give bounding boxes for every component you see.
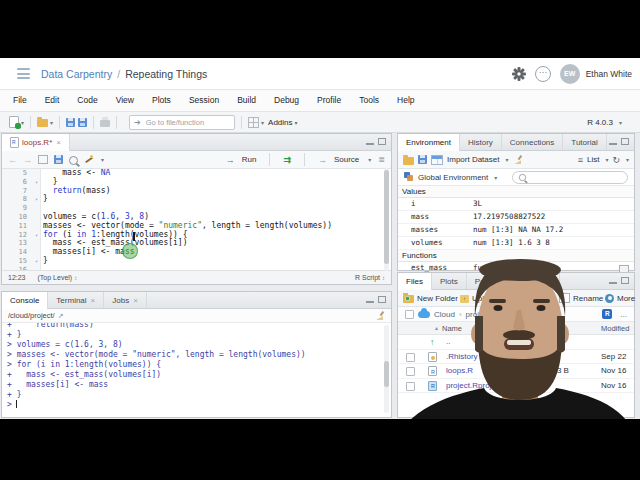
console-line: > bbox=[7, 400, 391, 410]
popout-icon[interactable] bbox=[38, 155, 48, 164]
environment-object-row[interactable]: i3L bbox=[398, 198, 634, 211]
chevron-down-icon[interactable]: ▾ bbox=[21, 119, 24, 126]
menu-help[interactable]: Help bbox=[388, 95, 423, 105]
close-icon[interactable]: × bbox=[56, 138, 61, 147]
menu-tools[interactable]: Tools bbox=[350, 95, 388, 105]
maximize-pane-icon[interactable] bbox=[621, 138, 629, 145]
menu-session[interactable]: Session bbox=[180, 95, 228, 105]
cursor-position: 12:23 bbox=[8, 274, 26, 281]
import-dataset-icon[interactable] bbox=[431, 155, 443, 165]
menu-view[interactable]: View bbox=[107, 95, 143, 105]
line-number: 7 bbox=[2, 187, 30, 196]
rerun-icon[interactable]: ⇉ bbox=[283, 155, 291, 165]
environment-object-row[interactable]: massesnum [1:3] NA NA 17.2 bbox=[398, 224, 634, 237]
code-editor[interactable]: 5 mass <- NA6▾ }7 return(mass)8▾}910volu… bbox=[2, 169, 391, 275]
addins-grid-icon[interactable] bbox=[248, 117, 259, 128]
print-icon[interactable] bbox=[100, 120, 110, 127]
editor-tab-bar: loops.R* × bbox=[2, 134, 391, 151]
tab-jobs[interactable]: Jobs× bbox=[104, 292, 147, 308]
chevron-down-icon[interactable]: ▾ bbox=[494, 174, 497, 181]
chevron-down-icon[interactable]: ▾ bbox=[505, 156, 508, 163]
find-icon[interactable] bbox=[69, 156, 78, 165]
environment-tab-bar: EnvironmentHistoryConnectionsTutorial bbox=[398, 134, 634, 151]
minimize-pane-icon[interactable] bbox=[366, 138, 374, 145]
chevron-down-icon[interactable]: ▾ bbox=[295, 119, 298, 126]
document-outline-icon[interactable]: ≣ bbox=[378, 155, 385, 164]
environment-scope-selector[interactable]: Global Environment bbox=[418, 173, 488, 182]
menu-edit[interactable]: Edit bbox=[36, 95, 69, 105]
chevron-down-icon[interactable]: ▾ bbox=[626, 156, 629, 163]
menu-build[interactable]: Build bbox=[228, 95, 265, 105]
avatar[interactable]: EW bbox=[560, 64, 580, 84]
code-line: 8▾} bbox=[2, 195, 391, 204]
chevron-down-icon[interactable]: ▾ bbox=[261, 119, 264, 126]
minimize-pane-icon[interactable] bbox=[609, 138, 617, 145]
breadcrumb-workspace[interactable]: Data Carpentry bbox=[41, 68, 112, 80]
forward-icon[interactable]: → bbox=[23, 155, 32, 165]
save-all-icon[interactable] bbox=[78, 118, 87, 127]
refresh-icon[interactable]: ↻ bbox=[612, 155, 620, 165]
view-mode-selector[interactable]: List bbox=[587, 155, 599, 164]
new-file-icon[interactable] bbox=[9, 116, 19, 128]
hamburger-menu-icon[interactable] bbox=[17, 68, 30, 79]
line-number: 10 bbox=[2, 213, 30, 222]
source-button[interactable]: Source bbox=[334, 155, 359, 164]
settings-gear-icon[interactable] bbox=[512, 67, 526, 81]
environment-object-row[interactable]: mass17.2197508827522 bbox=[398, 211, 634, 224]
environment-search[interactable] bbox=[512, 171, 628, 184]
chevron-down-icon[interactable]: ▾ bbox=[368, 156, 371, 163]
chevron-down-icon[interactable]: ▾ bbox=[101, 156, 104, 163]
more-options-icon[interactable]: ⋯ bbox=[535, 66, 551, 82]
save-workspace-icon[interactable] bbox=[418, 155, 427, 164]
scope-selector[interactable]: (Top Level)↕ bbox=[38, 274, 78, 281]
tab-console[interactable]: Console bbox=[2, 292, 48, 309]
tab-terminal[interactable]: Terminal× bbox=[48, 292, 104, 308]
addins-button[interactable]: Addins bbox=[268, 118, 292, 127]
environment-object-row[interactable]: volumesnum [1:3] 1.6 3 8 bbox=[398, 237, 634, 250]
code-tools-icon[interactable] bbox=[84, 155, 93, 164]
run-button[interactable]: Run bbox=[242, 155, 257, 164]
tab-loops-r[interactable]: loops.R* × bbox=[2, 134, 70, 151]
clear-environment-icon[interactable] bbox=[514, 155, 523, 164]
fold-marker-icon: ▾ bbox=[30, 178, 43, 187]
fold-marker-icon: ▾ bbox=[30, 195, 43, 204]
code-line: 7 return(mass) bbox=[2, 187, 391, 196]
clear-console-icon[interactable] bbox=[376, 311, 385, 320]
tab-history[interactable]: History bbox=[460, 134, 502, 150]
goto-file-search[interactable]: ➔ bbox=[129, 115, 235, 130]
menu-file[interactable]: File bbox=[4, 95, 36, 105]
chevron-down-icon[interactable]: ▾ bbox=[50, 119, 53, 126]
save-icon[interactable] bbox=[66, 118, 75, 127]
external-link-icon[interactable]: ↗ bbox=[58, 312, 64, 320]
r-version-selector[interactable]: R 4.0.3 ▾ bbox=[587, 118, 622, 127]
editor-scrollbar[interactable] bbox=[384, 168, 389, 271]
tab-connections[interactable]: Connections bbox=[502, 134, 563, 150]
console-line: + mass <- est_mass(volumes[i]) bbox=[7, 370, 391, 380]
menu-plots[interactable]: Plots bbox=[143, 95, 180, 105]
chevron-down-icon: ▾ bbox=[619, 119, 622, 126]
breadcrumb-project: Repeating Things bbox=[125, 68, 207, 80]
menu-debug[interactable]: Debug bbox=[265, 95, 308, 105]
source-editor-pane: loops.R* × ← → ▾ → Run ⇉ → Source ▾ ≣ bbox=[1, 133, 392, 285]
load-workspace-icon[interactable] bbox=[403, 157, 414, 165]
tab-tutorial[interactable]: Tutorial bbox=[563, 134, 606, 150]
editor-status-bar: 12:23 (Top Level)↕ R Script↕ bbox=[2, 270, 391, 284]
tab-environment[interactable]: Environment bbox=[398, 134, 460, 151]
close-icon[interactable]: × bbox=[91, 296, 96, 305]
back-icon[interactable]: ← bbox=[8, 155, 17, 165]
environment-toolbar: Import Dataset ▾ ≡ List ▾ ↻ ▾ bbox=[398, 151, 634, 169]
menu-profile[interactable]: Profile bbox=[308, 95, 350, 105]
close-icon[interactable]: × bbox=[133, 296, 138, 305]
maximize-pane-icon[interactable] bbox=[378, 138, 386, 145]
minimize-pane-icon[interactable] bbox=[366, 296, 374, 303]
chevron-down-icon[interactable]: ▾ bbox=[605, 156, 608, 163]
goto-file-input[interactable] bbox=[144, 117, 230, 128]
save-icon[interactable] bbox=[54, 155, 63, 164]
maximize-pane-icon[interactable] bbox=[378, 296, 386, 303]
open-file-icon[interactable] bbox=[37, 119, 48, 127]
console-scrollbar[interactable] bbox=[384, 325, 389, 413]
console-output[interactable]: + return(mass)+ }> volumes = c(1.6, 3, 8… bbox=[2, 320, 391, 418]
menu-code[interactable]: Code bbox=[68, 95, 106, 105]
import-dataset-button[interactable]: Import Dataset bbox=[447, 155, 499, 164]
file-type-selector[interactable]: R Script↕ bbox=[355, 274, 385, 281]
